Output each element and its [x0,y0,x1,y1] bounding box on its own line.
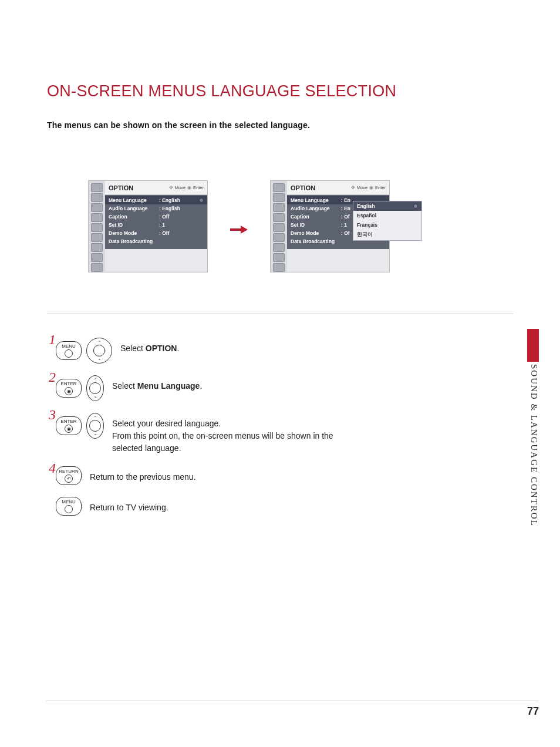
osd-cat-icon [91,233,103,242]
button-circle-icon [65,349,73,358]
osd-cat-icon [273,183,285,192]
nav-enter-label: Enter [375,185,386,190]
step-text: Return to TV viewing. [90,497,168,514]
nav-move-icon: ✥ [169,185,173,190]
osd-row-label: Demo Mode [291,230,341,236]
step-text-part: . [177,344,179,353]
button-label: MENU [62,499,76,504]
osd-row-value: : Off [159,214,169,220]
osd-row-label: Demo Mode [109,230,159,236]
osd-cat-icon [273,233,285,242]
selection-dot-icon [199,198,204,203]
step-3: 3 ENTER ◉ ⌃ ⌄ Select your desired langua… [50,413,513,455]
enter-button[interactable]: ENTER ◉ [56,379,82,398]
osd-cat-icon [273,193,285,202]
button-circle-icon: ◉ [65,425,73,433]
osd-cat-icon [273,263,285,272]
osd-row-audio-language[interactable]: Audio Language : English [105,204,207,213]
osd-row-value: : En [341,197,350,203]
osd-figures: OPTION ✥ Move ◉ Enter Menu Language : En… [47,180,513,272]
step-2: 2 ENTER ◉ ⌃ ⌄ Select Menu Language. [50,375,513,401]
return-button[interactable]: RETURN ↶ [56,466,82,485]
enter-button[interactable]: ENTER ◉ [56,416,82,435]
instruction-steps: 1 MENU ⌃ ⌄ 〈 〉 Select OPTION. 2 [47,338,513,516]
step-text: Select your desired language. From this … [112,413,359,455]
osd-row-set-id[interactable]: Set ID : 1 [105,221,207,229]
selection-dot-icon [413,204,418,208]
step-number: 1 [49,332,56,348]
button-label: MENU [62,344,76,349]
arrow-down-icon: ⌄ [97,356,102,361]
nav-move-label: Move [175,185,185,190]
step-text-bold: OPTION [146,344,177,353]
step-text-part: Select [112,381,137,391]
nav-move-label: Move [357,185,367,190]
section-divider [47,314,513,314]
osd-screenshot-right: OPTION ✥ Move ◉ Enter Menu Language : En [270,180,390,272]
step-number: 2 [49,369,56,385]
osd-row-label: Audio Language [109,206,159,211]
osd-row-label: Menu Language [291,197,341,203]
language-option-espanol[interactable]: Español [353,211,421,220]
osd-row-value: : Of [341,230,350,236]
footer-rule [46,701,539,701]
nav-move-icon: ✥ [351,185,355,190]
language-option-english[interactable]: English [353,201,421,211]
osd-cat-icon [91,193,103,202]
step-text-line: From this point on, the on-screen menus … [112,430,359,455]
dpad-vertical-button[interactable]: ⌃ ⌄ [86,375,104,401]
osd-list: Menu Language : English Audio Language :… [105,195,207,249]
osd-cat-icon [91,243,103,252]
osd-header: OPTION ✥ Move ◉ Enter [105,181,207,195]
step-text: Select Menu Language. [112,375,202,392]
button-label: RETURN [59,469,78,474]
osd-row-label: Data Broadcasting [109,238,159,244]
step-text: Return to the previous menu. [90,466,196,483]
osd-row-label: Caption [109,214,159,220]
step-text: Select OPTION. [120,338,179,355]
section-label: SOUND & LANGUAGE CONTROL [529,364,539,527]
dpad-center-icon [89,382,101,394]
osd-header-title: OPTION [291,184,351,191]
osd-screenshot-left: OPTION ✥ Move ◉ Enter Menu Language : En… [88,180,208,272]
osd-cat-icon [91,223,103,232]
osd-cat-icon [91,263,103,272]
osd-cat-icon [273,223,285,232]
arrow-right-icon: 〉 [104,348,109,354]
language-option-label: English [357,203,375,209]
osd-cat-icon [273,203,285,212]
dpad-vertical-button[interactable]: ⌃ ⌄ [86,413,104,439]
osd-row-value: : Off [159,230,169,236]
button-label: ENTER [60,419,76,424]
dpad-center-icon [93,345,105,356]
arrow-down-icon: ⌄ [93,393,97,399]
step-text-line: Select your desired language. [112,418,359,430]
nav-enter-label: Enter [193,185,204,190]
step-text-part: . [200,381,202,391]
step-number: 3 [49,407,56,423]
language-option-francais[interactable]: Français [353,220,421,230]
osd-row-demo-mode[interactable]: Demo Mode : Off [105,229,207,237]
menu-button[interactable]: MENU [56,341,82,360]
page-title: ON-SCREEN MENUS LANGUAGE SELECTION [47,82,513,100]
osd-row-label: Audio Language [291,206,341,211]
osd-header: OPTION ✥ Move ◉ Enter [287,181,389,195]
language-popup: English Español Français 한국어 [353,201,422,241]
osd-row-value: : English [159,206,180,211]
osd-row-label: Set ID [291,222,341,228]
button-circle-icon: ↶ [65,475,73,483]
intro-text: The menus can be shown on the screen in … [47,120,513,130]
osd-row-value: : 1 [341,222,347,228]
osd-row-caption[interactable]: Caption : Off [105,213,207,221]
osd-row-menu-language[interactable]: Menu Language : English [105,196,207,204]
osd-cat-icon [273,213,285,222]
osd-row-data-broadcasting[interactable]: Data Broadcasting [105,237,207,245]
menu-button[interactable]: MENU [56,497,82,516]
osd-cat-icon [91,213,103,222]
osd-cat-icon [91,253,103,262]
arrow-up-icon: ⌃ [97,340,102,345]
dpad-button[interactable]: ⌃ ⌄ 〈 〉 [86,338,112,364]
language-option-korean[interactable]: 한국어 [353,230,421,240]
osd-header-nav: ✥ Move ◉ Enter [351,185,386,190]
osd-row-value: : En [341,206,350,211]
